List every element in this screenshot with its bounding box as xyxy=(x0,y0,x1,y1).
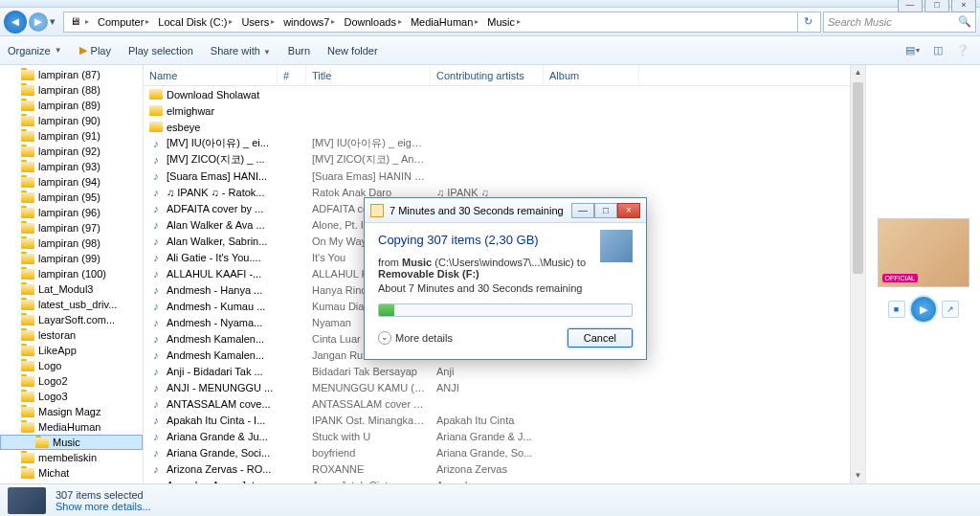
file-row[interactable]: ♪[Suara Emas] HANI...[Suara Emas] HANIN … xyxy=(144,168,850,184)
folder-icon xyxy=(21,300,34,310)
tree-item[interactable]: Masign Magz xyxy=(0,404,143,419)
tree-item[interactable]: Logo2 xyxy=(0,373,143,389)
file-row[interactable]: elmighwar xyxy=(144,102,850,119)
tree-item[interactable]: Michat xyxy=(0,465,143,481)
dialog-title: 7 Minutes and 30 Seconds remaining xyxy=(390,205,564,216)
column-number[interactable]: # xyxy=(278,65,306,85)
tree-item[interactable]: lampiran (95) xyxy=(0,190,143,205)
breadcrumb-segment[interactable]: windows7▸ xyxy=(279,12,339,32)
stop-button[interactable]: ■ xyxy=(888,301,905,318)
play-button[interactable]: ▶Play xyxy=(79,44,111,56)
play-media-button[interactable]: ▶ xyxy=(909,295,938,324)
file-row[interactable]: ♪ANTASSALAM cove...ANTASSALAM cover ALM.… xyxy=(144,395,850,412)
minimize-button[interactable]: — xyxy=(898,0,923,12)
refresh-button[interactable]: ↻ xyxy=(797,11,818,33)
share-menu[interactable]: Share with ▼ xyxy=(211,45,271,56)
scrollbar[interactable]: ▲ ▼ xyxy=(850,65,865,483)
history-dropdown[interactable]: ▾ xyxy=(50,15,61,28)
column-artist[interactable]: Contributing artists xyxy=(431,65,544,85)
tree-item[interactable]: lampiran (96) xyxy=(0,205,143,220)
folder-tree[interactable]: lampiran (87)lampiran (88)lampiran (89)l… xyxy=(0,65,144,483)
tree-item[interactable]: MediaHuman xyxy=(0,419,143,435)
view-options-button[interactable]: ▤ ▼ xyxy=(903,42,923,59)
file-row[interactable]: ♪Arizona Zervas - RO...ROXANNEArizona Ze… xyxy=(144,460,850,477)
dialog-close-button[interactable]: × xyxy=(617,203,640,218)
file-row[interactable]: ♪Anji - Bidadari Tak ...Bidadari Tak Ber… xyxy=(144,363,850,379)
music-icon: ♪ xyxy=(149,316,163,329)
tree-item[interactable]: lampiran (100) xyxy=(0,266,143,281)
tree-item[interactable]: lampiran (88) xyxy=(0,82,143,98)
tree-item[interactable]: LikeApp xyxy=(0,343,143,358)
dialog-maximize-button[interactable]: □ xyxy=(594,203,617,218)
music-icon: ♪ xyxy=(149,430,163,443)
breadcrumb[interactable]: 🖥▸ Computer▸ Local Disk (C:)▸ Users▸ win… xyxy=(63,11,821,33)
tree-item[interactable]: lampiran (93) xyxy=(0,159,143,174)
file-row[interactable]: Download Sholawat xyxy=(144,86,850,102)
preview-pane: OFFICIAL ■ ▶ ↗ xyxy=(865,65,980,483)
breadcrumb-segment[interactable]: Downloads▸ xyxy=(340,12,405,32)
file-row[interactable]: ♪ANJI - MENUNGGU ...MENUNGGU KAMU (OST..… xyxy=(144,379,850,395)
tree-item[interactable]: lestoran xyxy=(0,327,143,343)
music-icon: ♪ xyxy=(149,348,163,362)
back-button[interactable]: ◄ xyxy=(4,11,27,34)
tree-item[interactable]: lampiran (99) xyxy=(0,251,143,266)
column-title[interactable]: Title xyxy=(306,65,431,85)
tree-item[interactable]: lampiran (94) xyxy=(0,174,143,190)
breadcrumb-segment[interactable]: Music▸ xyxy=(483,12,524,32)
tree-item[interactable]: lampiran (91) xyxy=(0,128,143,144)
music-icon: ♪ xyxy=(149,446,163,460)
scroll-down-button[interactable]: ▼ xyxy=(851,468,865,483)
file-row[interactable]: ♪[MV] IU(아이유) _ ei...[MV] IU(아이유) _ eigh… xyxy=(144,135,850,151)
maximize-button[interactable]: □ xyxy=(924,0,949,12)
tree-item[interactable]: lampiran (89) xyxy=(0,98,143,113)
breadcrumb-segment[interactable]: MediaHuman▸ xyxy=(407,12,482,32)
tree-item[interactable]: Logo3 xyxy=(0,389,143,404)
tree-item[interactable]: LayarSoft.com... xyxy=(0,312,143,327)
new-folder-button[interactable]: New folder xyxy=(327,45,378,56)
breadcrumb-segment[interactable]: Computer▸ xyxy=(94,12,153,32)
file-row[interactable]: ♪Apakah Itu Cinta - I...IPANK Ost. Minan… xyxy=(144,412,850,428)
folder-icon xyxy=(21,131,34,142)
tree-item[interactable]: lampiran (92) xyxy=(0,144,143,159)
burn-button[interactable]: Burn xyxy=(288,45,310,56)
more-details-toggle[interactable]: ⌄ More details xyxy=(378,331,453,345)
tree-item[interactable]: Logo xyxy=(0,358,143,373)
close-button[interactable]: × xyxy=(951,0,976,12)
music-icon: ♪ xyxy=(149,202,163,215)
tree-item[interactable]: lampiran (87) xyxy=(0,67,143,82)
tree-item[interactable]: lampiran (90) xyxy=(0,113,143,128)
play-selection-button[interactable]: Play selection xyxy=(128,45,193,56)
forward-button[interactable]: ► xyxy=(29,12,48,32)
cancel-button[interactable]: Cancel xyxy=(568,328,633,348)
file-row[interactable]: ♪Armada - Awas Jatu...Awas Jatuh CintaAr… xyxy=(144,477,850,483)
column-name[interactable]: Name xyxy=(144,65,278,85)
tree-item[interactable]: membeliskin xyxy=(0,450,143,465)
music-icon: ♪ xyxy=(149,218,163,232)
tree-item[interactable]: lampiran (98) xyxy=(0,236,143,251)
file-row[interactable]: ♪Ariana Grande, Soci...boyfriendAriana G… xyxy=(144,444,850,460)
file-row[interactable]: ♪[MV] ZICO(지코) _ ...[MV] ZICO(지코) _ Any … xyxy=(144,151,850,168)
popout-button[interactable]: ↗ xyxy=(942,301,959,318)
dialog-minimize-button[interactable]: — xyxy=(571,203,594,218)
tree-item[interactable]: Music xyxy=(0,435,143,450)
preview-pane-button[interactable]: ◫ xyxy=(928,42,947,59)
tree-item[interactable]: latest_usb_driv... xyxy=(0,297,143,312)
folder-icon xyxy=(21,346,34,356)
breadcrumb-segment[interactable]: Local Disk (C:)▸ xyxy=(154,12,236,32)
folder-icon xyxy=(21,330,34,341)
scroll-up-button[interactable]: ▲ xyxy=(851,65,865,80)
column-headers[interactable]: Name # Title Contributing artists Album xyxy=(144,65,850,86)
organize-menu[interactable]: Organize ▼ xyxy=(8,45,62,56)
scroll-thumb[interactable] xyxy=(853,82,863,274)
media-player: ■ ▶ ↗ xyxy=(888,295,959,324)
file-row[interactable]: esbeye xyxy=(144,119,850,135)
file-row[interactable]: ♪Ariana Grande & Ju...Stuck with UAriana… xyxy=(144,428,850,444)
help-button[interactable]: ❔ xyxy=(953,42,972,59)
tree-item[interactable]: lampiran (97) xyxy=(0,220,143,236)
breadcrumb-segment[interactable]: Users▸ xyxy=(237,12,278,32)
dialog-titlebar[interactable]: 7 Minutes and 30 Seconds remaining — □ × xyxy=(365,198,646,223)
show-more-details-link[interactable]: Show more details... xyxy=(56,501,151,512)
column-album[interactable]: Album xyxy=(544,65,639,85)
search-input[interactable]: Search Music🔍 xyxy=(823,11,976,33)
tree-item[interactable]: Lat_Modul3 xyxy=(0,281,143,297)
